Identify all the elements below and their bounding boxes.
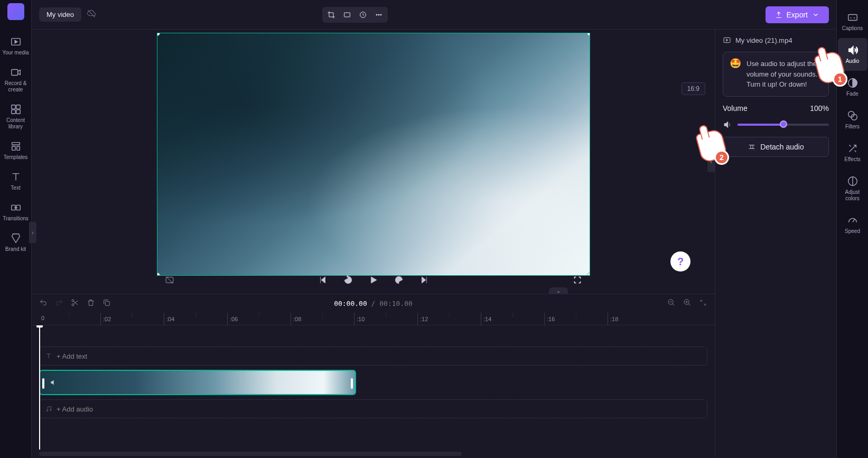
svg-rect-2	[11, 105, 15, 109]
redo-button[interactable]	[55, 298, 63, 309]
fit-button[interactable]	[339, 8, 355, 22]
detach-icon	[748, 143, 756, 151]
video-canvas[interactable]	[157, 33, 590, 276]
nav-content-library[interactable]: Content library	[1, 98, 31, 135]
timeline: 00:00.00 / 00:10.00 0 :02:04:06:08:10:12…	[32, 294, 715, 458]
duplicate-button[interactable]	[102, 298, 111, 309]
nav-brand-kit[interactable]: Brand kit	[1, 227, 31, 258]
selected-file: My video (21).mp4	[723, 36, 829, 44]
tab-audio[interactable]: Audio	[838, 38, 867, 71]
project-title[interactable]: My video	[39, 7, 81, 22]
undo-button[interactable]	[39, 298, 48, 309]
volume-row: Volume 100%	[723, 104, 829, 113]
svg-rect-25	[848, 15, 857, 21]
nav-text[interactable]: Text	[1, 166, 31, 197]
audio-track[interactable]: + Add audio	[39, 399, 707, 418]
svg-rect-20	[105, 301, 109, 305]
close-icon[interactable]: ✕	[817, 57, 824, 69]
help-button[interactable]: ?	[670, 251, 690, 272]
nav-label: Content library	[1, 117, 31, 130]
aspect-ratio-badge[interactable]: 16:9	[682, 82, 705, 95]
nav-label: Templates	[4, 154, 28, 161]
export-button[interactable]: Export	[766, 6, 829, 23]
timeline-timecode: 00:00.00 / 00:10.00	[334, 300, 413, 307]
collapse-preview-button[interactable]: ⌄	[549, 287, 568, 294]
svg-rect-6	[12, 143, 20, 145]
tip-callout: 🤩 Use audio to adjust the volume of your…	[723, 52, 829, 97]
ruler-tick: :04	[164, 313, 174, 325]
timeline-scrollbar[interactable]	[39, 452, 462, 456]
ruler-tick: :02	[100, 313, 111, 325]
step-forward-button[interactable]	[391, 273, 406, 287]
text-track[interactable]: + Add text	[39, 347, 707, 366]
nav-templates[interactable]: Templates	[1, 135, 31, 166]
tab-fade[interactable]: Fade	[838, 71, 867, 104]
music-icon	[45, 405, 52, 413]
tip-emoji-icon: 🤩	[730, 59, 741, 90]
step-back-button[interactable]	[341, 273, 356, 287]
canvas-toolbar	[322, 7, 388, 23]
zoom-out-button[interactable]	[667, 298, 676, 309]
resize-handle[interactable]	[157, 33, 160, 36]
slider-thumb[interactable]	[780, 120, 787, 128]
clip-audio-icon	[50, 379, 57, 386]
tab-effects[interactable]: Effects	[838, 136, 867, 169]
crop-button[interactable]	[323, 8, 339, 22]
svg-point-23	[46, 410, 48, 411]
tab-label: Speed	[845, 228, 860, 235]
nav-record-create[interactable]: Record & create	[1, 61, 31, 98]
svg-rect-4	[11, 110, 15, 114]
resize-handle[interactable]	[587, 33, 590, 36]
top-bar: My video Export	[32, 0, 836, 30]
svg-rect-1	[11, 70, 17, 76]
tab-speed[interactable]: Speed	[838, 208, 867, 241]
cloud-sync-off-icon[interactable]	[87, 9, 96, 20]
player-controls	[157, 273, 590, 287]
detach-audio-button[interactable]: Detach audio	[723, 137, 829, 157]
brandkit-icon	[10, 232, 22, 244]
add-text-label: + Add text	[57, 352, 87, 360]
preview-stage: 16:9 ? › ⌄	[32, 30, 715, 294]
nav-your-media[interactable]: Your media	[1, 31, 31, 61]
zoom-in-button[interactable]	[683, 298, 692, 309]
delete-button[interactable]	[87, 298, 95, 309]
safe-zone-toggle[interactable]	[162, 273, 177, 287]
volume-slider[interactable]	[738, 124, 829, 126]
svg-rect-5	[16, 110, 20, 114]
skip-back-button[interactable]	[315, 273, 330, 287]
slider-fill	[738, 124, 783, 126]
video-clip[interactable]	[39, 370, 356, 395]
svg-point-13	[376, 14, 377, 15]
speaker-icon[interactable]	[723, 120, 732, 129]
total-time: 00:10.00	[379, 300, 413, 307]
video-track[interactable]	[39, 370, 707, 395]
pip-button[interactable]	[355, 8, 371, 22]
ruler-minor-tick	[69, 313, 71, 317]
ruler-tick: :08	[291, 313, 301, 325]
svg-rect-17	[724, 38, 730, 42]
expand-right-button[interactable]: ›	[707, 151, 715, 172]
media-icon	[10, 36, 22, 48]
ruler-minor-tick	[512, 313, 515, 317]
app-logo	[7, 3, 24, 20]
more-button[interactable]	[371, 8, 387, 22]
export-label: Export	[787, 11, 808, 19]
timeline-ruler[interactable]: 0 :02:04:06:08:10:12:14:16:18	[32, 313, 715, 325]
ruler-minor-tick	[259, 313, 262, 317]
tab-captions[interactable]: Captions	[838, 5, 867, 38]
tab-adjust-colors[interactable]: Adjust colors	[838, 169, 867, 208]
nav-label: Brand kit	[5, 246, 26, 253]
split-button[interactable]	[71, 298, 79, 309]
tab-filters[interactable]: Filters	[838, 104, 867, 136]
nav-label: Record & create	[1, 80, 31, 93]
ruler-tick: :18	[608, 313, 618, 325]
svg-rect-11	[344, 13, 350, 17]
ruler-tick: :06	[227, 313, 238, 325]
playhead[interactable]	[39, 325, 40, 450]
skip-forward-button[interactable]	[417, 273, 432, 287]
play-button[interactable]	[366, 273, 381, 287]
fit-timeline-button[interactable]	[699, 298, 707, 309]
svg-rect-7	[12, 146, 15, 150]
nav-transitions[interactable]: Transitions	[1, 197, 31, 227]
fullscreen-button[interactable]	[570, 273, 585, 287]
